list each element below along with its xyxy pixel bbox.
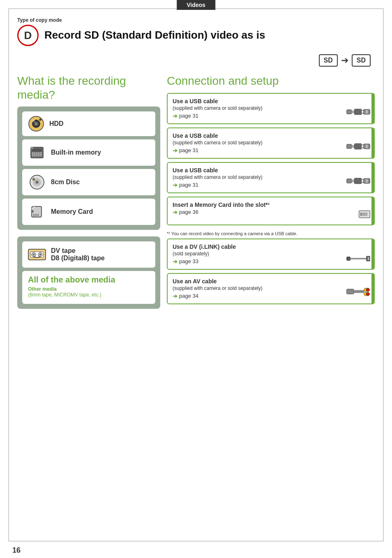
conn-desc-usb2: (supplied with camera or sold separately… [173,140,369,146]
sd-arrow-row: SD ➔ SD [17,54,375,67]
svg-rect-12 [40,152,42,156]
svg-rect-42 [355,144,362,149]
svg-rect-48 [352,179,355,182]
connection-item-av: Use an AV cable (supplied with camera or… [167,273,375,304]
memcard-slot-device [358,210,371,220]
svg-rect-51 [362,181,364,183]
arrow-bullet-6: ➔ [173,293,178,299]
svg-rect-46 [366,144,368,148]
svg-rect-43 [362,144,364,145]
svg-rect-37 [362,112,364,113]
sd-dest-box: SD [352,54,371,67]
svg-point-65 [366,288,370,292]
svg-point-5 [39,119,42,121]
main-container: Type of copy mode D Record SD (Standard … [8,8,384,542]
conn-title-dv: Use a DV (i.LINK) cable [173,243,369,250]
av-cable-device [346,285,371,299]
dv-label1: DV tape [51,247,105,255]
conn-page-dv: ➔ page 33 [173,258,369,265]
svg-rect-40 [347,144,352,148]
svg-rect-53 [366,179,368,183]
type-label: Type of copy mode [17,17,375,23]
svg-rect-41 [352,145,355,148]
disc-icon [28,173,46,191]
connection-item-usb3: Use a USB cable (supplied with camera or… [167,162,375,193]
svg-rect-44 [362,147,364,148]
page-title: Record SD (Standard Definition) video as… [44,29,265,42]
svg-point-17 [36,181,38,183]
arrow-bullet-4: ➔ [173,209,178,215]
conn-desc-av: (supplied with camera or sold separately… [173,285,369,291]
all-media-item: All of the above media Other media (8mm … [22,271,155,304]
arrow-bullet-2: ➔ [173,147,178,154]
media-item-builtin: Built-in memory [22,139,155,166]
usb-hub-device-2 [346,141,371,154]
media-item-disc: 8cm Disc [22,169,155,195]
tape-icon [28,245,46,264]
builtin-icon [28,144,46,162]
conn-title-usb2: Use a USB cable [173,132,369,139]
conn-page-memcard: ➔ page 36 [173,209,369,215]
hdd-icon [28,116,44,132]
svg-point-4 [32,120,35,122]
memcard-label: Memory Card [51,208,93,215]
conn-title-av: Use an AV cable [173,278,369,285]
svg-rect-9 [34,152,35,156]
svg-rect-62 [354,290,364,293]
left-heading: What is the recording media? [17,74,160,102]
other-media-label: Other media [28,286,150,292]
conn-page-av: ➔ page 34 [173,293,369,299]
tab-label: Videos [187,2,205,8]
svg-rect-10 [36,152,37,156]
conn-page-usb1: ➔ page 31 [173,113,369,119]
media-section-top: HDD [17,107,160,230]
title-row: D Record SD (Standard Definition) video … [17,25,375,46]
svg-rect-39 [366,110,368,113]
all-media-label: All of the above media [28,275,150,285]
svg-rect-57 [347,257,350,260]
conn-title-usb3: Use a USB cable [173,167,369,174]
footnote-area: *¹ You can record video by connecting a … [167,229,375,238]
footnote-text: *¹ You can record video by connecting a … [167,231,297,236]
svg-rect-33 [347,109,352,113]
media-item-dv: DV tape D8 (Digital8) tape [22,241,155,268]
svg-point-68 [366,292,370,296]
svg-rect-7 [32,148,42,152]
hdd-label: HDD [49,120,64,127]
svg-rect-23 [33,214,35,217]
svg-point-30 [33,254,35,255]
connection-item-memcard-slot: Insert a Memory Card into the slot*¹ ➔ p… [167,197,375,225]
svg-rect-11 [38,152,39,156]
svg-rect-58 [350,258,366,259]
d-badge: D [17,25,39,46]
dv-label2: D8 (Digital8) tape [51,255,105,262]
arrow-bullet-3: ➔ [173,182,178,188]
green-accent-6 [371,274,375,303]
section-gap [17,233,160,236]
green-accent-2 [371,128,375,158]
svg-rect-50 [362,178,364,180]
svg-rect-61 [347,289,354,294]
svg-point-3 [35,123,37,125]
conn-desc-usb3: (supplied with camera or sold separately… [173,174,369,180]
media-item-hdd: HDD [22,111,155,136]
conn-page-usb2: ➔ page 31 [173,147,369,154]
conn-title-usb1: Use a USB cable [173,98,369,104]
right-column: Connection and setup Use a USB cable (su… [167,74,375,312]
green-accent-1 [371,94,375,123]
conn-desc-usb1: (supplied with camera or sold separately… [173,105,369,111]
connection-item-dv: Use a DV (i.LINK) cable (sold separately… [167,238,375,270]
svg-rect-24 [35,214,37,217]
svg-rect-25 [37,214,39,217]
svg-rect-8 [32,152,33,156]
disc-label: 8cm Disc [51,178,80,186]
svg-rect-47 [347,178,352,183]
right-heading: Connection and setup [167,74,375,88]
svg-rect-49 [355,178,362,184]
builtin-label: Built-in memory [51,149,101,156]
memcard-icon [28,203,46,221]
svg-point-19 [33,179,35,180]
svg-rect-60 [368,257,369,260]
videos-tab[interactable]: Videos [177,0,215,10]
svg-point-32 [39,254,41,255]
